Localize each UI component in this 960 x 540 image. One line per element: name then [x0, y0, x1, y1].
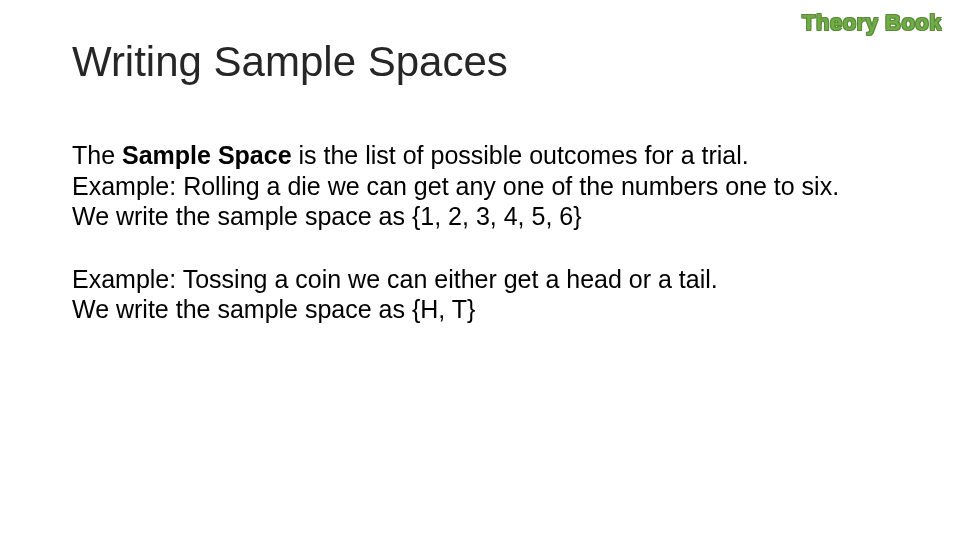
paragraph-2: Example: Tossing a coin we can either ge…	[72, 264, 892, 325]
paragraph-1: The Sample Space is the list of possible…	[72, 140, 892, 232]
text2-line2: We write the sample space as {H, T}	[72, 295, 475, 323]
text-line2: Example: Rolling a die we can get any on…	[72, 172, 839, 200]
text-rest1: is the list of possible outcomes for a t…	[292, 141, 749, 169]
corner-label: Theory Book	[802, 10, 942, 36]
text-bold-term: Sample Space	[122, 141, 292, 169]
text2-line1: Example: Tossing a coin we can either ge…	[72, 265, 718, 293]
body-content: The Sample Space is the list of possible…	[72, 140, 892, 357]
text-line3: We write the sample space as {1, 2, 3, 4…	[72, 202, 582, 230]
text-lead: The	[72, 141, 122, 169]
page-title: Writing Sample Spaces	[72, 38, 508, 86]
